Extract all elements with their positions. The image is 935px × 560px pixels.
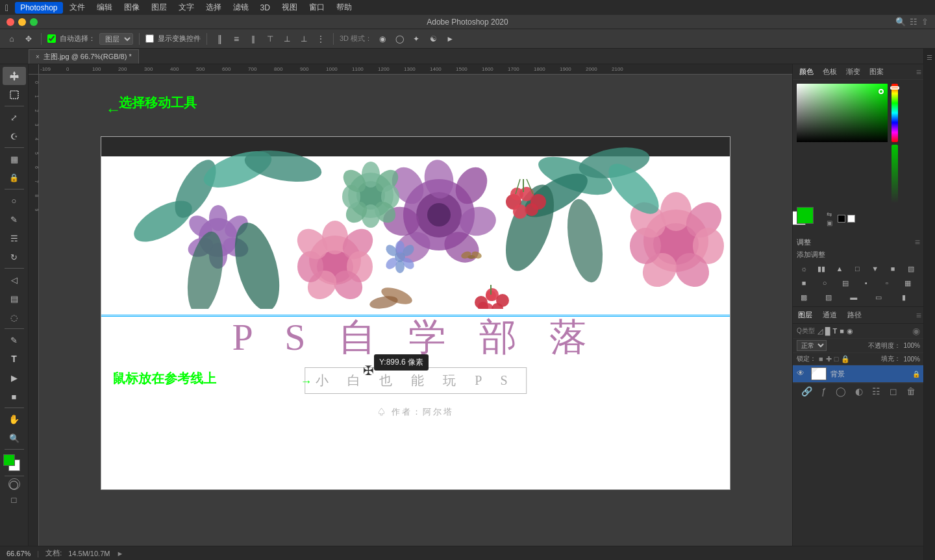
layer-link-icon[interactable]: 🔗: [801, 386, 812, 396]
auto-select-checkbox[interactable]: [47, 34, 56, 43]
adj-posterize-icon[interactable]: ▦: [901, 276, 915, 289]
menu-select[interactable]: 选择: [201, 1, 227, 14]
canvas-viewport[interactable]: 选择移动工具 ←: [39, 75, 792, 546]
adj-bw-icon[interactable]: ■: [797, 276, 811, 289]
layer-filter-img-icon[interactable]: ◿: [817, 327, 823, 335]
tool-selection[interactable]: [3, 86, 26, 104]
search-icon[interactable]: 🔍: [895, 17, 906, 27]
menu-layer[interactable]: 图层: [146, 1, 172, 14]
swap-colors-icon[interactable]: ⇆: [827, 211, 832, 218]
status-arrow[interactable]: ►: [116, 550, 123, 557]
menu-file[interactable]: 文件: [64, 1, 90, 14]
tool-lasso[interactable]: ⤢: [3, 108, 26, 127]
lock-pixels-icon[interactable]: ■: [819, 355, 823, 363]
default-colors-icon[interactable]: ▣: [827, 219, 832, 226]
layer-mask-icon[interactable]: ◯: [836, 386, 846, 396]
color-panel-menu[interactable]: ≡: [916, 67, 921, 77]
opacity-value[interactable]: 100%: [903, 342, 920, 349]
move-icon[interactable]: ✥: [22, 32, 35, 45]
menu-edit[interactable]: 编辑: [92, 1, 118, 14]
tool-text[interactable]: T: [3, 350, 26, 368]
align-left-icon[interactable]: ‖: [213, 32, 226, 45]
layer-delete-icon[interactable]: 🗑: [906, 386, 916, 396]
tool-clone[interactable]: ☴: [3, 229, 26, 247]
3d-icon-4[interactable]: ☯: [427, 32, 440, 45]
fill-value[interactable]: 100%: [903, 356, 920, 363]
adj-hsl-icon[interactable]: ■: [886, 262, 900, 275]
show-transform-checkbox[interactable]: [145, 34, 154, 43]
fg-color-swatch[interactable]: [3, 454, 15, 466]
adj-vibrance-icon[interactable]: ▼: [868, 262, 882, 275]
tool-move[interactable]: [3, 67, 26, 85]
tool-dodge[interactable]: ◌: [3, 308, 26, 326]
3d-icon-5[interactable]: ►: [443, 32, 456, 45]
fg-swatch[interactable]: [797, 207, 814, 224]
align-mid-icon[interactable]: ⊥: [280, 32, 293, 45]
lock-all-icon[interactable]: 🔒: [841, 355, 850, 363]
menu-text[interactable]: 文字: [173, 1, 199, 14]
color-picker[interactable]: [797, 84, 888, 142]
guide-line[interactable]: [101, 316, 730, 317]
3d-icon-2[interactable]: ◯: [393, 32, 406, 45]
adjustments-menu[interactable]: ≡: [915, 237, 920, 247]
blend-mode-select[interactable]: 正常: [797, 340, 827, 351]
adj-selective-color-icon[interactable]: ▬: [847, 291, 861, 304]
tab-layers[interactable]: 图层: [793, 309, 817, 321]
menu-filter[interactable]: 滤镜: [228, 1, 254, 14]
layer-new-icon[interactable]: ◻: [890, 386, 897, 396]
menu-photoshop[interactable]: Photoshop: [15, 2, 62, 14]
layer-filter-shape-icon[interactable]: ■: [840, 327, 844, 335]
alpha-bar[interactable]: [891, 145, 898, 203]
align-top-icon[interactable]: ⊤: [264, 32, 277, 45]
menu-3d[interactable]: 3D: [255, 2, 275, 14]
align-center-icon[interactable]: ≡: [230, 32, 243, 45]
tool-shape[interactable]: ■: [3, 387, 26, 406]
layer-filter-adj-icon[interactable]: █: [825, 327, 830, 335]
minimize-button[interactable]: [18, 18, 26, 26]
tool-eyedropper[interactable]: 🔒: [3, 169, 26, 187]
lock-position-icon[interactable]: ✚: [826, 355, 832, 363]
adj-colorbalance-icon[interactable]: ▧: [904, 262, 918, 275]
add-adjustment-btn[interactable]: 添加调整: [797, 250, 920, 260]
close-button[interactable]: [6, 18, 14, 26]
layer-adj-icon[interactable]: ◐: [855, 386, 863, 396]
tab-paths[interactable]: 路径: [842, 309, 867, 321]
tool-history-brush[interactable]: ↻: [3, 248, 26, 266]
tab-color[interactable]: 颜色: [795, 66, 817, 78]
adj-shadows-icon[interactable]: ▭: [871, 291, 886, 304]
tool-hand[interactable]: ✋: [3, 410, 26, 428]
adj-more-icon[interactable]: ▮: [897, 291, 911, 304]
window-controls[interactable]: [6, 18, 38, 26]
tool-crop[interactable]: ▦: [3, 150, 26, 168]
tool-brush[interactable]: ✎: [3, 210, 26, 228]
3d-icon-1[interactable]: ◉: [376, 32, 389, 45]
align-bot-icon[interactable]: ⊥: [297, 32, 310, 45]
tool-healing[interactable]: ○: [3, 191, 26, 210]
menu-help[interactable]: 帮助: [331, 1, 357, 14]
color-gradient-field[interactable]: [797, 84, 888, 142]
adj-photofilter-icon[interactable]: ○: [817, 276, 832, 289]
3d-icon-3[interactable]: ✦: [410, 32, 423, 45]
layer-filter-text-icon[interactable]: T: [833, 327, 838, 335]
layer-visibility-icon[interactable]: 👁: [797, 369, 807, 379]
layer-style-icon[interactable]: ƒ: [821, 386, 827, 396]
tool-mask[interactable]: ◯: [8, 478, 20, 490]
tool-zoom[interactable]: 🔍: [3, 429, 26, 447]
white-swatch[interactable]: [847, 215, 855, 223]
align-right-icon[interactable]: ‖: [247, 32, 260, 45]
fullscreen-button[interactable]: [30, 18, 38, 26]
adj-levels-icon[interactable]: ▮▮: [814, 262, 829, 275]
tab-gradient[interactable]: 渐变: [842, 66, 864, 78]
adj-invert-icon[interactable]: ▫: [880, 276, 894, 289]
menu-image[interactable]: 图像: [119, 1, 145, 14]
tool-pen[interactable]: ✎: [3, 331, 26, 349]
tab-main[interactable]: × 主图.jpg @ 66.7%(RGB/8) *: [29, 49, 139, 64]
tab-channels[interactable]: 通道: [817, 309, 842, 321]
tool-gradient[interactable]: ▤: [3, 289, 26, 308]
share-icon[interactable]: ⇧: [921, 17, 929, 27]
arrange-icon[interactable]: ☷: [910, 17, 917, 27]
tool-magic-wand[interactable]: ☪: [3, 127, 26, 145]
adj-colorlookup-icon[interactable]: ▪: [859, 276, 873, 289]
layer-background[interactable]: 👁 背景 🔒: [793, 365, 924, 383]
layer-filter-toggle[interactable]: ◉: [912, 326, 920, 336]
